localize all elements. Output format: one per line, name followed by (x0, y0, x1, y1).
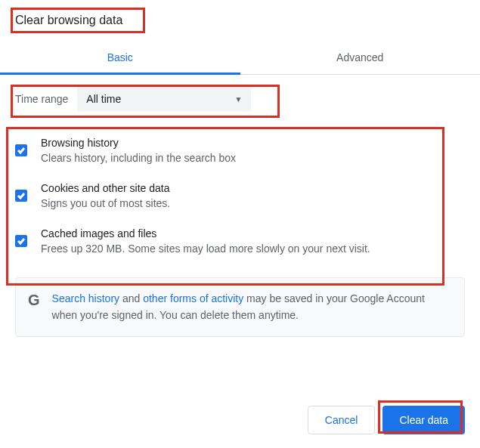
info-box: G Search history and other forms of acti… (15, 277, 465, 337)
option-desc: Frees up 320 MB. Some sites may load mor… (41, 243, 465, 255)
checkbox-cached[interactable] (15, 235, 27, 247)
info-mid1: and (119, 292, 143, 304)
check-icon (17, 146, 26, 155)
tabs: Basic Advanced (0, 41, 480, 75)
chevron-down-icon: ▼ (234, 95, 242, 104)
footer: Cancel Clear data (308, 406, 465, 434)
time-range-value: All time (86, 93, 121, 105)
dialog-title: Clear browsing data (0, 0, 138, 35)
time-range-label: Time range (15, 93, 68, 105)
option-desc: Signs you out of most sites. (41, 197, 465, 209)
link-search-history[interactable]: Search history (52, 292, 119, 304)
option-cached: Cached images and files Frees up 320 MB.… (15, 218, 465, 264)
link-other-activity[interactable]: other forms of activity (143, 292, 243, 304)
clear-data-button[interactable]: Clear data (382, 406, 465, 434)
cancel-button[interactable]: Cancel (308, 406, 376, 434)
option-text: Cookies and other site data Signs you ou… (41, 182, 465, 209)
checkbox-browsing-history[interactable] (15, 144, 27, 156)
option-text: Cached images and files Frees up 320 MB.… (41, 227, 465, 255)
option-title: Cached images and files (41, 227, 465, 239)
info-text: Search history and other forms of activi… (52, 290, 452, 324)
checkbox-cookies[interactable] (15, 190, 27, 202)
option-title: Cookies and other site data (41, 182, 465, 194)
check-icon (17, 236, 26, 246)
tab-basic[interactable]: Basic (0, 41, 240, 74)
time-range-dropdown[interactable]: All time ▼ (77, 87, 251, 111)
google-icon: G (28, 292, 40, 309)
tab-advanced[interactable]: Advanced (240, 41, 481, 74)
check-icon (17, 191, 26, 200)
option-cookies: Cookies and other site data Signs you ou… (15, 173, 465, 218)
options-list: Browsing history Clears history, includi… (0, 122, 480, 273)
option-browsing-history: Browsing history Clears history, includi… (15, 128, 465, 173)
option-title: Browsing history (41, 137, 465, 149)
option-desc: Clears history, including in the search … (41, 152, 465, 164)
time-range-row: Time range All time ▼ (0, 75, 480, 122)
option-text: Browsing history Clears history, includi… (41, 137, 465, 164)
